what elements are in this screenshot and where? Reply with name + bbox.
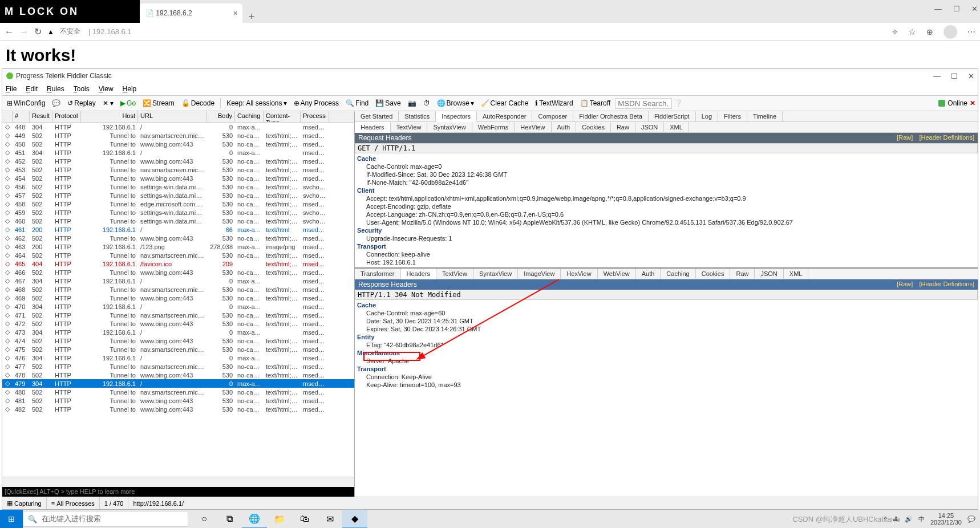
fiddler-close-icon[interactable]: ✕ bbox=[968, 72, 974, 80]
column-header[interactable]: Caching bbox=[235, 111, 264, 122]
tab-timeline[interactable]: Timeline bbox=[747, 111, 783, 121]
forward-button[interactable]: → bbox=[19, 27, 29, 37]
response-definitions-link[interactable]: [Header Definitions] bbox=[919, 281, 974, 287]
header-line[interactable]: Accept-Encoding: gzip, deflate bbox=[355, 202, 978, 210]
tray-ime-icon[interactable]: 中 bbox=[918, 515, 925, 523]
fiddler-minimize-icon[interactable]: — bbox=[933, 72, 941, 80]
session-row[interactable]: ◇471502HTTPTunnel tonav.smartscreen.micr… bbox=[2, 311, 354, 319]
menu-file[interactable]: File bbox=[6, 85, 17, 93]
session-row[interactable]: ◇479304HTTP192.168.6.1/0max-ag...msedg..… bbox=[2, 379, 354, 388]
comment-button[interactable]: 💬 bbox=[50, 98, 63, 108]
session-row[interactable]: ◇457502HTTPTunnel tosettings-win.data.mi… bbox=[2, 191, 354, 200]
stream-button[interactable]: 🔀 Stream bbox=[140, 98, 177, 108]
task-view-icon[interactable]: ⧉ bbox=[217, 510, 242, 528]
header-line[interactable]: Accept: text/html,application/xhtml+xml,… bbox=[355, 194, 978, 202]
collections-icon[interactable]: ⊕ bbox=[926, 27, 933, 36]
session-row[interactable]: ◇474502HTTPTunnel towww.bing.com:443530n… bbox=[2, 336, 354, 345]
session-row[interactable]: ◇463200HTTP192.168.6.1/123.png278,038max… bbox=[2, 242, 354, 251]
tab-inspectors[interactable]: Inspectors bbox=[436, 111, 477, 122]
read-aloud-icon[interactable]: ✧ bbox=[892, 27, 898, 36]
find-button[interactable]: 🔍 Find bbox=[343, 98, 371, 108]
session-row[interactable]: ◇454502HTTPTunnel towww.bing.com:443530n… bbox=[2, 174, 354, 182]
quickexec-bar[interactable]: [QuickExec] ALT+Q > type HELP to learn m… bbox=[2, 487, 354, 497]
tab-json[interactable]: JSON bbox=[755, 269, 783, 279]
toolbar-close-icon[interactable]: ✕ bbox=[970, 99, 975, 107]
clear-cache-button[interactable]: 🧹 Clear Cache bbox=[479, 98, 531, 108]
header-line[interactable]: If-Modified-Since: Sat, 30 Dec 2023 12:4… bbox=[355, 170, 978, 178]
tab-statistics[interactable]: Statistics bbox=[399, 111, 436, 121]
tab-fiddler-orchestra-beta[interactable]: Fiddler Orchestra Beta bbox=[573, 111, 649, 121]
capturing-status[interactable]: ▦ Capturing bbox=[2, 497, 47, 509]
header-line[interactable]: Keep-Alive: timeout=100, max=93 bbox=[355, 381, 978, 389]
session-row[interactable]: ◇451304HTTP192.168.6.1/0max-ag...msedg..… bbox=[2, 148, 354, 157]
session-row[interactable]: ◇478502HTTPTunnel towww.bing.com:443530n… bbox=[2, 371, 354, 379]
header-line[interactable]: Accept-Language: zh-CN,zh;q=0.9,en;q=0.8… bbox=[355, 210, 978, 218]
header-line[interactable]: User-Agent: Mozilla/5.0 (Windows NT 10.0… bbox=[355, 218, 978, 226]
header-line[interactable]: Upgrade-Insecure-Requests: 1 bbox=[355, 234, 978, 242]
column-header[interactable]: Result bbox=[30, 111, 52, 122]
tab-auth[interactable]: Auth bbox=[552, 122, 577, 132]
session-row[interactable]: ◇473304HTTP192.168.6.1/0max-ag...msedg..… bbox=[2, 328, 354, 336]
help-icon[interactable]: ❔ bbox=[674, 99, 683, 107]
browser-tab[interactable]: 📄 192.168.6.2 × bbox=[140, 3, 242, 23]
response-raw-link[interactable]: [Raw] bbox=[897, 281, 913, 287]
session-row[interactable]: ◇467304HTTP192.168.6.1/0max-ag...msedg..… bbox=[2, 277, 354, 285]
decode-button[interactable]: 🔓 Decode bbox=[179, 98, 217, 108]
column-header[interactable]: Protocol bbox=[52, 111, 81, 122]
favorites-icon[interactable]: ☆ bbox=[909, 27, 916, 36]
start-button[interactable]: ⊞ bbox=[0, 510, 23, 528]
header-line[interactable]: Host: 192.168.6.1 bbox=[355, 258, 978, 266]
menu-tools[interactable]: Tools bbox=[74, 85, 90, 93]
msdn-search-input[interactable] bbox=[615, 98, 672, 109]
session-row[interactable]: ◇469502HTTPTunnel towww.bing.com:443530n… bbox=[2, 294, 354, 302]
session-row[interactable]: ◇452502HTTPTunnel towww.bing.com:443530n… bbox=[2, 157, 354, 165]
session-row[interactable]: ◇458502HTTPTunnel toedge.microsoft.com:4… bbox=[2, 200, 354, 208]
browse-button[interactable]: 🌐 Browse ▾ bbox=[435, 98, 476, 108]
session-row[interactable]: ◇453502HTTPTunnel tonav.smartscreen.micr… bbox=[2, 165, 354, 174]
browser-menu-icon[interactable]: ⋯ bbox=[967, 27, 975, 36]
tab-fiddlerscript[interactable]: FiddlerScript bbox=[649, 111, 696, 121]
notifications-icon[interactable]: 💬 bbox=[967, 515, 975, 523]
session-row[interactable]: ◇466502HTTPTunnel towww.bing.com:443530n… bbox=[2, 268, 354, 277]
session-row[interactable]: ◇460502HTTPTunnel tosettings-win.data.mi… bbox=[2, 217, 354, 225]
session-row[interactable]: ◇480502HTTPTunnel tonav.smartscreen.micr… bbox=[2, 388, 354, 396]
session-row[interactable]: ◇449502HTTPTunnel tonav.smartscreen.micr… bbox=[2, 131, 354, 140]
address-bar[interactable]: | 192.168.6.1 bbox=[88, 27, 132, 36]
browser-maximize-icon[interactable]: ☐ bbox=[953, 5, 960, 13]
tab-raw[interactable]: Raw bbox=[611, 122, 635, 132]
tab-cookies[interactable]: Cookies bbox=[576, 122, 611, 132]
mail-taskbar-icon[interactable]: ✉ bbox=[317, 510, 342, 528]
menu-edit[interactable]: Edit bbox=[26, 85, 38, 93]
tab-hexview[interactable]: HexView bbox=[561, 269, 597, 279]
session-row[interactable]: ◇482502HTTPTunnel towww.bing.com:443530n… bbox=[2, 405, 354, 413]
tab-hexview[interactable]: HexView bbox=[515, 122, 551, 132]
menu-view[interactable]: View bbox=[99, 85, 114, 93]
winconfig-button[interactable]: ⊞ WinConfig bbox=[5, 98, 47, 108]
tab-log[interactable]: Log bbox=[696, 111, 718, 121]
tab-webview[interactable]: WebView bbox=[598, 269, 636, 279]
session-row[interactable]: ◇476304HTTP192.168.6.1/0max-ag...msedg..… bbox=[2, 354, 354, 362]
back-button[interactable]: ← bbox=[5, 27, 14, 37]
profile-avatar[interactable] bbox=[943, 25, 957, 39]
browser-minimize-icon[interactable]: — bbox=[934, 5, 942, 13]
column-header[interactable]: Content-Type bbox=[264, 111, 301, 122]
tab-transformer[interactable]: Transformer bbox=[355, 269, 401, 279]
cortana-icon[interactable]: ○ bbox=[192, 510, 217, 528]
tab-close-icon[interactable]: × bbox=[233, 9, 238, 18]
tab-autoresponder[interactable]: AutoResponder bbox=[477, 111, 532, 121]
tab-get-started[interactable]: Get Started bbox=[355, 111, 399, 121]
tab-auth[interactable]: Auth bbox=[636, 269, 661, 279]
header-line[interactable]: Cache-Control: max-age=0 bbox=[355, 163, 978, 170]
tray-volume-icon[interactable]: 🔊 bbox=[905, 515, 913, 523]
keep-sessions-dropdown[interactable]: Keep: All sessions ▾ bbox=[224, 98, 289, 108]
session-row[interactable]: ◇470304HTTP192.168.6.1/0max-ag...msedg..… bbox=[2, 302, 354, 311]
tab-headers[interactable]: Headers bbox=[355, 122, 391, 133]
replay-button[interactable]: ↺ Replay bbox=[65, 98, 98, 108]
fiddler-taskbar-icon[interactable]: ◆ bbox=[342, 510, 367, 528]
session-row[interactable]: ◇472502HTTPTunnel towww.bing.com:443530n… bbox=[2, 319, 354, 328]
header-line[interactable]: Connection: Keep-Alive bbox=[355, 373, 978, 381]
remove-button[interactable]: ✕ ▾ bbox=[100, 98, 116, 108]
menu-help[interactable]: Help bbox=[123, 85, 137, 93]
session-row[interactable]: ◇450502HTTPTunnel towww.bing.com:443530n… bbox=[2, 140, 354, 148]
tab-cookies[interactable]: Cookies bbox=[696, 269, 731, 279]
